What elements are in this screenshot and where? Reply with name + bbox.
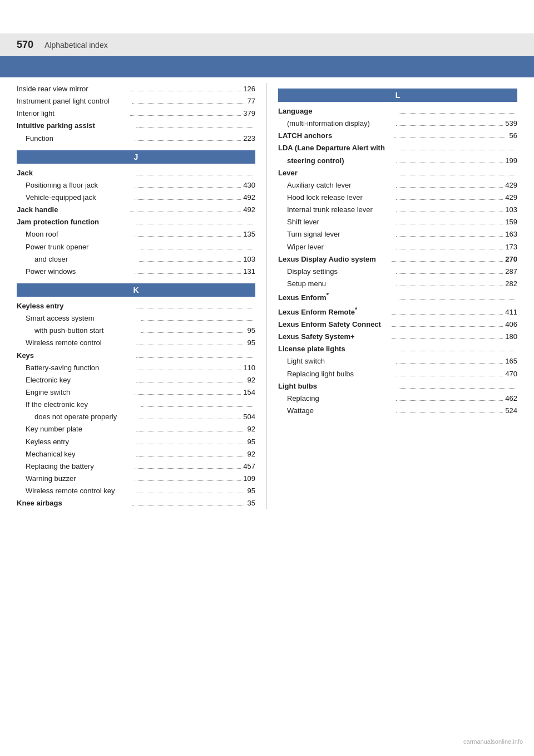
entry-page: 287 xyxy=(505,266,517,277)
entry-label: Display settings xyxy=(278,266,394,277)
entry-page: 282 xyxy=(505,278,517,289)
entry-page: 411 xyxy=(505,307,517,318)
entry-page: 163 xyxy=(505,229,517,240)
list-item: Power trunk opener xyxy=(17,241,255,253)
list-item: Lexus Enform Remote* 411 xyxy=(278,305,517,318)
entry-label: Internal trunk release lever xyxy=(278,204,394,215)
entry-dots xyxy=(136,308,254,308)
entry-dots xyxy=(139,261,241,262)
entry-dots xyxy=(141,406,254,407)
entry-label: Intuitive parking assist xyxy=(17,120,134,131)
list-item: Lever xyxy=(278,167,517,179)
entry-page: 379 xyxy=(243,108,255,119)
entry-label: LDA (Lane Departure Alert with xyxy=(278,143,395,154)
entry-label: Light bulbs xyxy=(278,381,395,392)
entry-label: Wattage xyxy=(278,405,394,416)
list-item: (multi-information display) 539 xyxy=(278,117,517,130)
list-item: Light switch 165 xyxy=(278,355,517,367)
entry-page: 109 xyxy=(243,473,255,484)
list-item: Language xyxy=(278,105,517,117)
entry-label: Interior light xyxy=(17,108,128,119)
entry-dots xyxy=(135,187,241,188)
entry-label: Keyless entry xyxy=(17,301,134,312)
entry-label: Jack xyxy=(17,168,134,179)
entry-dots xyxy=(141,332,245,333)
entry-label: (multi-information display) xyxy=(278,118,394,129)
entry-dots xyxy=(396,224,503,224)
entry-dots xyxy=(396,400,503,401)
entry-dots xyxy=(135,480,241,481)
entry-page: 470 xyxy=(505,369,517,380)
list-item: License plate lights xyxy=(278,343,517,355)
entry-page: 92 xyxy=(248,449,255,460)
entry-page: 35 xyxy=(248,498,255,509)
entry-label: License plate lights xyxy=(278,343,395,355)
entry-label: with push-button start xyxy=(17,325,139,336)
list-item: and closer 103 xyxy=(17,253,255,266)
list-item: Keys xyxy=(17,350,255,362)
list-item: If the electronic key xyxy=(17,399,255,411)
entry-dots xyxy=(396,376,503,376)
entry-label: Keys xyxy=(17,350,134,361)
entry-page: 429 xyxy=(505,192,517,203)
list-item: does not operate properly 504 xyxy=(17,411,255,423)
entry-label: Lexus Enform Safety Connect xyxy=(278,319,389,330)
entry-dots xyxy=(396,187,503,188)
content-area: Inside rear view mirror 126 Instrument p… xyxy=(0,83,534,509)
list-item: Power windows 131 xyxy=(17,266,255,278)
entry-dots xyxy=(136,444,245,444)
list-item: Electronic key 92 xyxy=(17,374,255,386)
entry-label: Wireless remote control xyxy=(17,337,134,348)
entry-page: 126 xyxy=(243,84,255,95)
entry-label: Positioning a floor jack xyxy=(17,180,132,191)
entry-dots xyxy=(130,212,241,212)
entry-dots xyxy=(398,150,515,150)
entry-page: 92 xyxy=(248,375,255,386)
entry-label: Language xyxy=(278,106,395,117)
list-item: Turn signal lever 163 xyxy=(278,228,517,240)
entry-dots xyxy=(392,314,503,315)
entry-dots xyxy=(136,493,245,493)
entry-page: 131 xyxy=(243,266,255,277)
entry-dots xyxy=(396,413,503,413)
entry-dots xyxy=(398,113,515,114)
list-item: Function 223 xyxy=(17,132,255,145)
list-item: Instrument panel light control 77 xyxy=(17,95,255,107)
entry-label: Lexus Display Audio system xyxy=(278,254,389,265)
entry-dots xyxy=(141,320,254,321)
entry-dots xyxy=(130,115,241,116)
list-item: Internal trunk release lever 103 xyxy=(278,204,517,216)
entry-dots xyxy=(132,505,245,505)
entry-dots xyxy=(398,300,515,300)
blue-banner xyxy=(0,56,534,77)
entry-page: 173 xyxy=(505,242,517,253)
header-bar: 570 Alphabetical index xyxy=(0,33,534,56)
entry-dots xyxy=(139,419,241,419)
entry-label: does not operate properly xyxy=(17,411,137,423)
entry-label: Engine switch xyxy=(17,387,132,398)
entry-dots xyxy=(396,249,503,249)
entry-label: Light switch xyxy=(278,356,394,367)
entry-dots xyxy=(136,175,254,175)
entry-dots xyxy=(136,224,254,224)
entry-label: Inside rear view mirror xyxy=(17,84,128,95)
list-item: Engine switch 154 xyxy=(17,386,255,399)
entry-dots xyxy=(396,163,503,163)
list-item: Lexus Enform* xyxy=(278,290,517,304)
entry-dots xyxy=(141,249,254,249)
entry-label: Smart access system xyxy=(17,313,139,324)
entry-dots xyxy=(136,357,254,358)
entry-dots xyxy=(392,338,503,339)
list-item: Replacing 462 xyxy=(278,392,517,405)
entry-dots xyxy=(136,127,254,128)
list-item: Interior light 379 xyxy=(17,107,255,120)
entry-dots xyxy=(135,273,241,274)
section-header-l: L xyxy=(278,89,517,102)
entry-label: Lexus Safety System+ xyxy=(278,331,389,342)
list-item: Moon roof 135 xyxy=(17,228,255,240)
entry-dots xyxy=(135,394,241,395)
superscript: * xyxy=(327,292,329,298)
right-column: L Language (multi-information display) 5… xyxy=(267,83,517,509)
entry-dots xyxy=(396,286,503,286)
entry-label: Replacing xyxy=(278,393,394,404)
